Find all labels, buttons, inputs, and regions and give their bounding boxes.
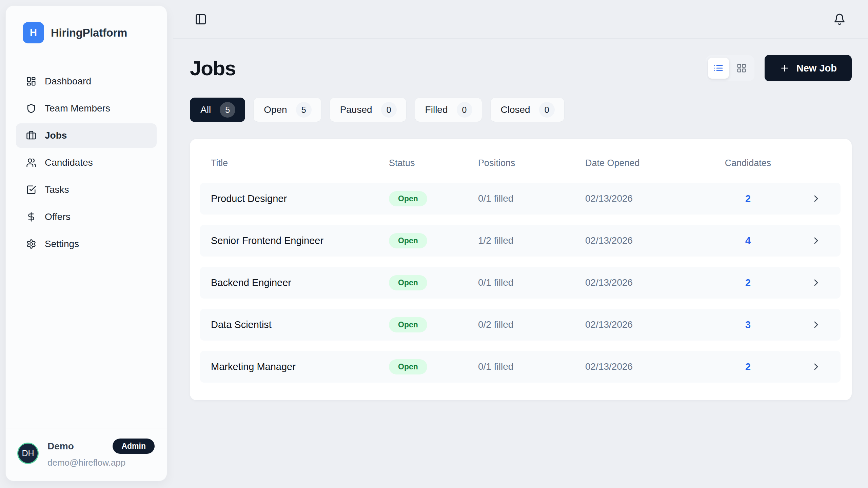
job-title: Data Scientist bbox=[211, 319, 389, 330]
table-header: Title Status Positions Date Opened Candi… bbox=[200, 158, 841, 168]
sidebar-item-label: Settings bbox=[45, 239, 79, 249]
user-name: Demo bbox=[47, 441, 74, 452]
view-toggle bbox=[706, 55, 754, 81]
briefcase-icon bbox=[26, 130, 36, 141]
sidebar-item-label: Tasks bbox=[45, 184, 69, 195]
list-icon bbox=[713, 63, 724, 73]
filter-label: Paused bbox=[340, 104, 372, 115]
user-email: demo@hireflow.app bbox=[47, 458, 155, 468]
job-title: Senior Frontend Engineer bbox=[211, 235, 389, 246]
filter-tab-filled[interactable]: Filled 0 bbox=[415, 98, 482, 122]
shield-icon bbox=[26, 103, 36, 114]
main-content: Jobs bbox=[173, 0, 868, 488]
positions-cell: 0/1 filled bbox=[478, 277, 585, 288]
sidebar-toggle-button[interactable] bbox=[195, 13, 207, 25]
column-header-date-opened: Date Opened bbox=[585, 158, 711, 168]
sidebar-item-label: Candidates bbox=[45, 157, 93, 168]
brand-logo-icon: H bbox=[23, 22, 44, 43]
table-row[interactable]: Senior Frontend Engineer Open 1/2 filled… bbox=[200, 225, 841, 257]
users-icon bbox=[26, 158, 36, 168]
jobs-table: Title Status Positions Date Opened Candi… bbox=[190, 139, 852, 400]
status-badge: Open bbox=[389, 359, 427, 374]
filter-label: All bbox=[200, 104, 211, 115]
filter-tab-open[interactable]: Open 5 bbox=[253, 98, 321, 122]
positions-cell: 0/1 filled bbox=[478, 361, 585, 372]
job-title: Marketing Manager bbox=[211, 361, 389, 372]
chevron-right-icon bbox=[811, 361, 841, 372]
positions-cell: 0/2 filled bbox=[478, 319, 585, 330]
panel-left-icon bbox=[195, 13, 207, 25]
sidebar-item-offers[interactable]: Offers bbox=[16, 205, 157, 229]
notifications-button[interactable] bbox=[833, 13, 846, 25]
sidebar-item-label: Offers bbox=[45, 211, 71, 222]
job-title: Product Designer bbox=[211, 193, 389, 204]
sidebar-item-team-members[interactable]: Team Members bbox=[16, 96, 157, 121]
date-opened-cell: 02/13/2026 bbox=[585, 235, 711, 246]
sidebar-item-label: Team Members bbox=[45, 103, 110, 114]
sidebar-item-tasks[interactable]: Tasks bbox=[16, 178, 157, 202]
topbar bbox=[173, 0, 868, 39]
dollar-sign-icon bbox=[26, 212, 36, 222]
filter-count-badge: 0 bbox=[457, 102, 472, 118]
grid-icon bbox=[736, 63, 747, 73]
candidates-count-link[interactable]: 2 bbox=[711, 361, 785, 372]
status-badge: Open bbox=[389, 275, 427, 290]
filter-label: Filled bbox=[425, 104, 448, 115]
chevron-right-icon bbox=[811, 319, 841, 330]
table-row[interactable]: Product Designer Open 0/1 filled 02/13/2… bbox=[200, 183, 841, 215]
candidates-count-link[interactable]: 2 bbox=[711, 193, 785, 204]
user-section[interactable]: DH Demo Admin demo@hireflow.app bbox=[6, 428, 167, 481]
date-opened-cell: 02/13/2026 bbox=[585, 277, 711, 288]
avatar: DH bbox=[17, 443, 39, 464]
bell-icon bbox=[833, 13, 846, 25]
date-opened-cell: 02/13/2026 bbox=[585, 319, 711, 330]
status-badge: Open bbox=[389, 191, 427, 206]
sidebar-item-jobs[interactable]: Jobs bbox=[16, 123, 157, 148]
gear-icon bbox=[26, 239, 36, 249]
list-view-button[interactable] bbox=[708, 58, 729, 79]
candidates-count-link[interactable]: 3 bbox=[711, 319, 785, 330]
chevron-right-icon bbox=[811, 193, 841, 204]
column-header-positions: Positions bbox=[478, 158, 585, 168]
job-title: Backend Engineer bbox=[211, 277, 389, 288]
candidates-count-link[interactable]: 4 bbox=[711, 235, 785, 246]
positions-cell: 1/2 filled bbox=[478, 235, 585, 246]
table-row[interactable]: Data Scientist Open 0/2 filled 02/13/202… bbox=[200, 309, 841, 341]
column-header-candidates: Candidates bbox=[711, 158, 785, 168]
jobs-page: Jobs bbox=[173, 55, 868, 400]
new-job-label: New Job bbox=[796, 63, 837, 74]
status-filters: All 5 Open 5 Paused 0 Filled 0 Closed 0 bbox=[190, 98, 852, 122]
positions-cell: 0/1 filled bbox=[478, 193, 585, 204]
dashboard-icon bbox=[26, 76, 36, 86]
filter-tab-closed[interactable]: Closed 0 bbox=[490, 98, 565, 122]
column-header-title: Title bbox=[211, 158, 389, 168]
new-job-button[interactable]: New Job bbox=[765, 55, 852, 81]
brand: H HiringPlatform bbox=[6, 6, 167, 43]
candidates-count-link[interactable]: 2 bbox=[711, 277, 785, 288]
filter-tab-paused[interactable]: Paused 0 bbox=[330, 98, 407, 122]
date-opened-cell: 02/13/2026 bbox=[585, 193, 711, 204]
status-badge: Open bbox=[389, 233, 427, 248]
user-info: Demo Admin demo@hireflow.app bbox=[47, 439, 155, 468]
date-opened-cell: 02/13/2026 bbox=[585, 361, 711, 372]
page-title: Jobs bbox=[190, 57, 236, 80]
sidebar: H HiringPlatform Dashboard Team Members … bbox=[5, 5, 167, 481]
filter-count-badge: 5 bbox=[220, 102, 235, 118]
filter-label: Closed bbox=[501, 104, 530, 115]
sidebar-item-label: Dashboard bbox=[45, 76, 91, 87]
sidebar-nav: Dashboard Team Members Jobs Candidates T… bbox=[6, 69, 167, 259]
check-square-icon bbox=[26, 185, 36, 195]
grid-view-button[interactable] bbox=[731, 58, 752, 79]
sidebar-item-settings[interactable]: Settings bbox=[16, 232, 157, 256]
filter-count-badge: 5 bbox=[296, 102, 312, 118]
filter-tab-all[interactable]: All 5 bbox=[190, 98, 245, 122]
chevron-right-icon bbox=[811, 277, 841, 288]
table-row[interactable]: Backend Engineer Open 0/1 filled 02/13/2… bbox=[200, 267, 841, 299]
sidebar-item-candidates[interactable]: Candidates bbox=[16, 150, 157, 175]
table-row[interactable]: Marketing Manager Open 0/1 filled 02/13/… bbox=[200, 351, 841, 383]
sidebar-item-dashboard[interactable]: Dashboard bbox=[16, 69, 157, 94]
sidebar-item-label: Jobs bbox=[45, 130, 67, 141]
plus-icon bbox=[780, 63, 790, 73]
filter-label: Open bbox=[264, 104, 287, 115]
role-badge: Admin bbox=[113, 439, 155, 454]
